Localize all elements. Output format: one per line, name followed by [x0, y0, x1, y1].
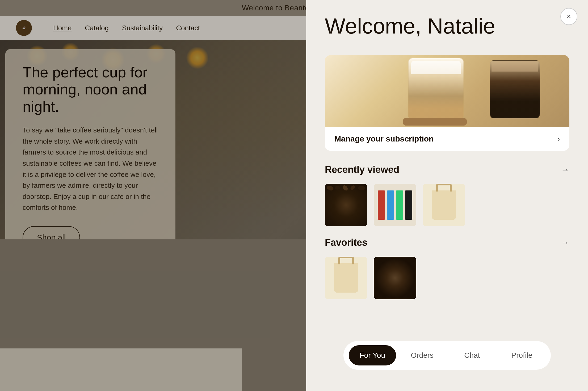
recently-viewed-arrow[interactable]: →: [561, 165, 569, 175]
wood-coaster: [403, 118, 467, 126]
favorites-arrow[interactable]: →: [561, 238, 569, 248]
favorites-header: Favorites →: [325, 237, 569, 248]
tab-profile-label: Profile: [511, 351, 532, 360]
bag-blue: [387, 190, 394, 220]
fav-beans-texture: [375, 258, 415, 298]
glass-ice: [492, 61, 538, 72]
tote-body: [432, 190, 456, 220]
recently-viewed-header: Recently viewed →: [325, 164, 569, 175]
coffee-glass-right: [490, 60, 540, 119]
bag-green: [396, 190, 403, 220]
subscription-image: [325, 55, 569, 127]
recently-viewed-title: Recently viewed: [325, 164, 399, 175]
fav-thumb-beans[interactable]: [374, 257, 416, 299]
product-thumb-beans[interactable]: [325, 184, 367, 226]
bottom-nav: For You Orders Chat Profile: [343, 341, 551, 370]
favorites-title: Favorites: [325, 237, 367, 248]
subscription-card[interactable]: Manage your subscription ›: [325, 55, 569, 151]
product-thumb-tote[interactable]: [423, 184, 465, 226]
bag-red: [378, 190, 385, 220]
bottom-nav-container: For You Orders Chat Profile: [306, 341, 588, 391]
tab-profile[interactable]: Profile: [498, 345, 546, 365]
tab-orders[interactable]: Orders: [399, 345, 446, 365]
glass-foam: [411, 61, 461, 74]
subscription-arrow-icon: ›: [557, 134, 560, 143]
tab-chat[interactable]: Chat: [448, 345, 496, 365]
tab-orders-label: Orders: [411, 351, 434, 360]
tote-shape: [432, 190, 456, 220]
favorites-section: Favorites →: [306, 237, 588, 310]
subscription-card-footer[interactable]: Manage your subscription ›: [325, 127, 569, 151]
close-button[interactable]: ×: [560, 8, 577, 25]
bean: [342, 184, 349, 191]
product-thumb-bags[interactable]: [374, 184, 416, 226]
fav-tote-shape: [334, 263, 358, 293]
bean: [326, 185, 334, 192]
beans-grid: [325, 184, 367, 226]
tote-handle: [436, 184, 452, 192]
bean: [358, 185, 365, 191]
recently-viewed-section: Recently viewed →: [306, 164, 588, 237]
bag-black: [405, 190, 412, 220]
tab-for-you[interactable]: For You: [349, 345, 396, 365]
panel-header: × Welcome, Natalie: [306, 0, 588, 55]
welcome-title: Welcome, Natalie: [325, 15, 569, 38]
bean: [334, 185, 341, 190]
account-panel: × Welcome, Natalie Manage your subscript…: [306, 0, 588, 391]
fav-thumb-tote[interactable]: [325, 257, 367, 299]
subscription-label: Manage your subscription: [334, 134, 434, 143]
favorites-thumbnails: [325, 257, 569, 299]
tab-chat-label: Chat: [464, 351, 480, 360]
coffee-glass-left: [408, 58, 464, 122]
panel-spacer: [306, 310, 588, 341]
fav-tote-handle: [338, 257, 354, 264]
tab-for-you-label: For You: [359, 351, 385, 360]
bean: [350, 185, 356, 191]
recently-viewed-thumbnails: [325, 184, 569, 226]
fav-tote-body: [334, 263, 358, 293]
